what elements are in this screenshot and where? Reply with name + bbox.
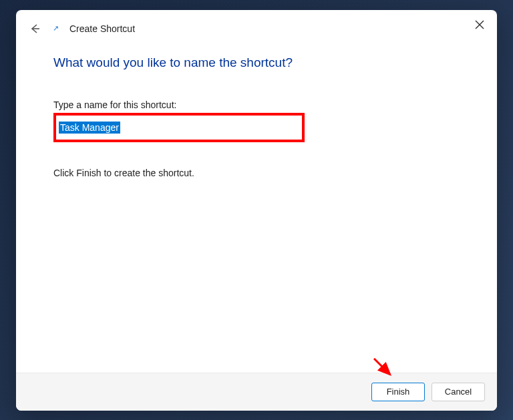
finish-button[interactable]: Finish	[371, 383, 425, 401]
cancel-button[interactable]: Cancel	[432, 383, 485, 401]
create-shortcut-dialog: ↗ Create Shortcut What would you like to…	[16, 10, 497, 411]
shortcut-overlay-icon: ↗	[51, 24, 60, 33]
shortcut-name-value: Task Manager	[59, 122, 120, 134]
dialog-content: What would you like to name the shortcut…	[16, 35, 497, 373]
close-icon	[475, 20, 484, 29]
arrow-left-icon	[29, 23, 41, 35]
shortcut-name-label: Type a name for this shortcut:	[53, 99, 460, 110]
annotation-highlight: Task Manager	[53, 113, 305, 142]
shortcut-name-input[interactable]: Task Manager	[57, 117, 301, 138]
dialog-footer: Finish Cancel	[16, 373, 497, 411]
dialog-question: What would you like to name the shortcut…	[53, 55, 460, 70]
close-button[interactable]	[472, 17, 488, 33]
dialog-header: ↗ Create Shortcut	[16, 10, 497, 35]
dialog-title: Create Shortcut	[69, 23, 135, 34]
finish-instruction: Click Finish to create the shortcut.	[53, 168, 460, 178]
back-button[interactable]	[28, 22, 41, 35]
